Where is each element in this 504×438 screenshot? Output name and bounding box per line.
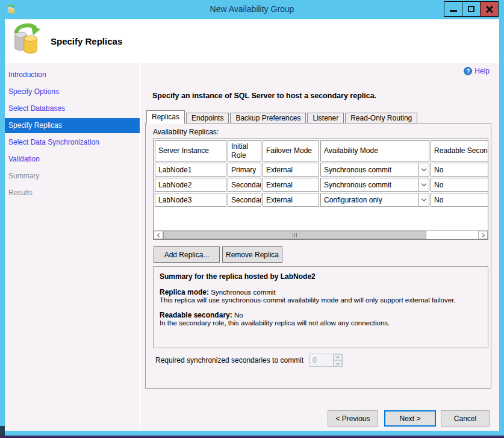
replica-mode-label: Replica mode: (160, 288, 209, 296)
sidebar-item-introduction[interactable]: Introduction (5, 67, 140, 83)
cell-failover-mode: External (263, 193, 319, 207)
tab-backup-preferences[interactable]: Backup Preferences (230, 113, 306, 123)
sidebar-item-validation[interactable]: Validation (5, 152, 140, 167)
grip-icon (293, 233, 293, 237)
instruction-text: Specify an instance of SQL Server to hos… (152, 92, 376, 100)
stepper-down-button[interactable] (334, 360, 342, 366)
required-secondaries-label: Required synchronized secondaries to com… (155, 356, 303, 364)
close-icon (485, 5, 494, 13)
wizard-steps-sidebar: Introduction Specify Options Select Data… (5, 63, 140, 431)
footer-divider (141, 399, 499, 399)
window-corner-artifact (0, 426, 5, 436)
page-title: Specify Replicas (51, 36, 122, 46)
scrollbar-track[interactable] (163, 231, 478, 239)
cancel-button[interactable]: Cancel (441, 410, 490, 427)
minimize-button[interactable] (444, 1, 462, 17)
availability-mode-dropdown[interactable]: Synchronous commit (320, 178, 429, 192)
replicas-tab-page: Availability Replicas: Server Instance I… (145, 123, 491, 389)
next-button[interactable]: Next > (384, 410, 436, 427)
cell-server-instance[interactable]: LabNode1 (155, 163, 226, 177)
readable-secondary-value: No (232, 311, 243, 319)
table-row[interactable]: LabNode2 Secondary External Synchronous … (155, 178, 488, 192)
help-label: Help (474, 67, 490, 75)
required-secondaries-stepper[interactable]: 0 (310, 354, 343, 367)
titlebar[interactable]: New Availability Group (0, 0, 504, 19)
database-sync-icon (10, 23, 41, 57)
scroll-right-button[interactable] (478, 231, 488, 239)
table-row[interactable]: LabNode3 Secondary External Configuratio… (155, 193, 488, 207)
cell-initial-role: Primary (228, 163, 261, 177)
horizontal-scrollbar[interactable] (154, 230, 488, 239)
availability-replicas-label: Availability Replicas: (153, 128, 219, 136)
scroll-left-icon (157, 233, 161, 237)
tab-endpoints[interactable]: Endpoints (186, 113, 229, 123)
help-link[interactable]: ? Help (464, 67, 490, 75)
close-button[interactable] (480, 1, 499, 17)
readable-secondary-dropdown[interactable]: No (431, 178, 488, 192)
readable-secondary-label: Readable secondary: (160, 311, 232, 319)
cell-failover-mode: External (263, 178, 319, 192)
column-header-failover-mode[interactable]: Failover Mode (263, 140, 319, 161)
sidebar-item-select-databases[interactable]: Select Databases (5, 101, 140, 116)
readable-secondary-dropdown[interactable]: No (431, 163, 488, 177)
column-header-server-instance[interactable]: Server Instance (155, 140, 226, 161)
readable-secondary-dropdown[interactable]: No (431, 193, 488, 207)
table-row[interactable]: LabNode1 Primary External Synchronous co… (155, 163, 488, 177)
sidebar-item-results: Results (5, 186, 140, 201)
sidebar-item-summary: Summary (5, 169, 140, 184)
replica-summary-panel: Summary for the replica hosted by LabNod… (153, 266, 488, 348)
scroll-right-icon (480, 233, 484, 237)
maximize-icon (468, 6, 474, 12)
sidebar-item-select-data-synchronization[interactable]: Select Data Synchronization (5, 135, 140, 150)
replica-settings-tabs: Replicas Endpoints Backup Preferences Li… (146, 110, 418, 123)
tab-listener[interactable]: Listener (307, 113, 344, 123)
stepper-up-button[interactable] (334, 354, 342, 360)
window-title: New Availability Group (0, 4, 504, 14)
replica-mode-value: Synchronous commit (209, 289, 276, 296)
sidebar-item-specify-options[interactable]: Specify Options (5, 84, 140, 99)
grid-header-row: Server Instance Initial Role Failover Mo… (155, 140, 488, 161)
sidebar-divider (140, 63, 141, 431)
scrollbar-thumb[interactable] (163, 231, 426, 239)
window-bottom-edge (0, 436, 504, 438)
cell-failover-mode: External (263, 163, 319, 177)
chevron-down-icon[interactable] (418, 193, 429, 206)
remove-replica-button[interactable]: Remove Replica (222, 246, 282, 263)
chevron-down-icon[interactable] (418, 178, 429, 191)
availability-mode-dropdown[interactable]: Synchronous commit (320, 163, 429, 177)
cell-initial-role: Secondary (228, 178, 261, 192)
scroll-left-button[interactable] (154, 231, 163, 239)
cell-server-instance[interactable]: LabNode3 (155, 193, 226, 207)
chevron-down-icon (336, 361, 340, 365)
help-icon: ? (464, 67, 472, 75)
tab-read-only-routing[interactable]: Read-Only Routing (345, 113, 417, 123)
add-replica-button[interactable]: Add Replica... (154, 246, 220, 263)
sidebar-item-specify-replicas[interactable]: Specify Replicas (5, 118, 140, 133)
wizard-header: Specify Replicas (5, 19, 499, 63)
column-header-readable-secondary[interactable]: Readable Secondary (431, 140, 488, 161)
availability-mode-dropdown[interactable]: Configuration only (320, 193, 429, 207)
chevron-up-icon (336, 356, 340, 360)
chevron-down-icon[interactable] (418, 163, 429, 176)
replica-mode-description: This replica will use synchronous-commit… (160, 296, 482, 304)
dialog-body: Specify Replicas Introduction Specify Op… (5, 19, 499, 431)
stepper-value[interactable]: 0 (310, 354, 333, 366)
cell-initial-role: Secondary (228, 193, 261, 207)
tab-replicas[interactable]: Replicas (146, 110, 185, 123)
previous-button[interactable]: < Previous (328, 410, 378, 427)
summary-title: Summary for the replica hosted by LabNod… (160, 272, 482, 281)
maximize-button[interactable] (462, 1, 481, 17)
column-header-availability-mode[interactable]: Availability Mode (320, 140, 429, 161)
availability-replicas-grid: Server Instance Initial Role Failover Mo… (153, 139, 488, 240)
cell-server-instance[interactable]: LabNode2 (155, 178, 226, 192)
readable-secondary-description: In the secondary role, this availability… (160, 319, 482, 327)
column-header-initial-role[interactable]: Initial Role (228, 140, 261, 161)
minimize-icon (450, 10, 457, 12)
